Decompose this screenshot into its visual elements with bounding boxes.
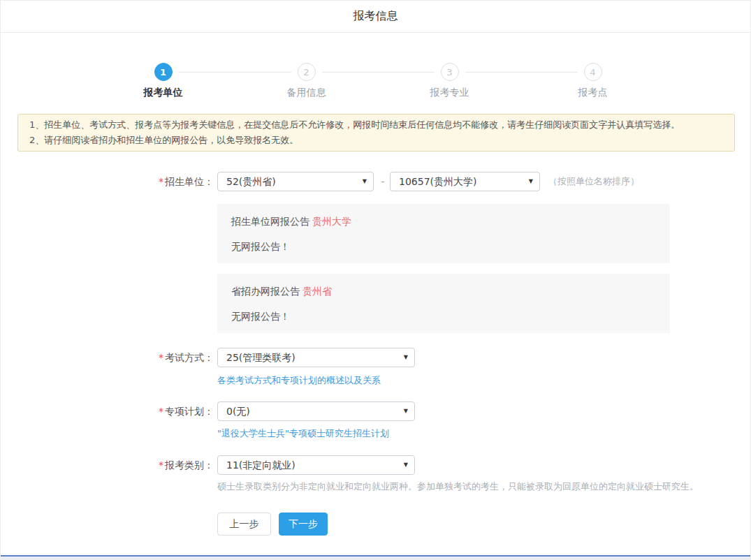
special-plan-select[interactable]: 0(无) ▼ [217,401,415,421]
province-select-value: 52(贵州省) [226,176,276,187]
unit-announcement-panel: 招生单位网报公告贵州大学 无网报公告！ [217,204,670,263]
next-step-button[interactable]: 下一步 [279,513,328,536]
step-2-label: 备用信息 [287,87,326,99]
veteran-plan-link[interactable]: "退役大学生士兵"专项硕士研究生招生计划 [217,428,389,439]
province-announcement-title: 省招办网报公告贵州省 [231,286,656,297]
step-1-number: 1 [160,67,166,78]
province-announcement-body: 无网报公告！ [231,311,656,322]
dropdown-arrow-icon: ▼ [404,348,408,367]
unit-announcement-title: 招生单位网报公告贵州大学 [231,216,656,227]
unit-select-value: 10657(贵州大学) [399,176,476,187]
category-select[interactable]: 11(非定向就业) ▼ [217,455,415,475]
special-plan-label-text: 专项计划： [165,406,214,417]
unit-select[interactable]: 10657(贵州大学) ▼ [390,172,540,191]
step-4-label: 报考点 [578,87,608,99]
page-header: 报考信息 [1,1,750,33]
step-2-number: 2 [303,67,309,78]
step-2-backup-info: 2 备用信息 [235,63,378,99]
unit-announcement-highlight: 贵州大学 [312,216,351,227]
province-select[interactable]: 52(贵州省) ▼ [217,172,374,191]
special-plan-select-value: 0(无) [226,406,250,417]
prev-step-button[interactable]: 上一步 [217,513,271,536]
step-4-circle: 4 [584,63,602,81]
province-announcement-panel: 省招办网报公告贵州省 无网报公告！ [217,274,670,333]
step-3-major: 3 报考专业 [378,63,521,99]
step-3-circle: 3 [441,63,459,81]
select-separator: - [379,172,387,191]
step-4-exam-site: 4 报考点 [521,63,664,99]
unit-announcement-title-text: 招生单位网报公告 [231,216,309,227]
stepper: 1 报考单位 2 备用信息 3 报考专业 4 报考点 [92,63,664,99]
category-note: 硕士生录取类别分为非定向就业和定向就业两种。参加单独考试的考生，只能被录取为回原… [217,481,734,492]
step-4-number: 4 [590,67,595,78]
category-select-value: 11(非定向就业) [226,459,296,471]
province-announcement-highlight: 贵州省 [302,286,332,297]
footer-divider-sub [1,557,750,560]
exam-label-text: 考试方式： [165,352,214,363]
unit-announcement-body: 无网报公告！ [231,241,656,252]
category-row-label: *报考类别： [1,455,214,475]
dropdown-arrow-icon: ▼ [363,172,367,191]
unit-row-label: *招生单位： [1,172,214,191]
step-3-label: 报考专业 [430,87,469,99]
required-asterisk: * [159,459,163,471]
required-asterisk: * [159,406,163,417]
notice-line-2: 2、请仔细阅读省招办和招生单位的网报公告，以免导致报名无效。 [29,133,723,148]
exam-method-select-value: 25(管理类联考) [226,352,296,363]
required-asterisk: * [159,176,163,187]
exam-row-label: *考试方式： [1,348,214,367]
required-asterisk: * [159,352,163,363]
unit-sort-hint: （按照单位名称排序） [548,172,639,191]
exam-method-info-link[interactable]: 各类考试方式和专项计划的概述以及关系 [217,375,381,386]
step-3-number: 3 [446,67,452,78]
page-title: 报考信息 [353,9,398,24]
step-1-label: 报考单位 [144,87,183,99]
province-announcement-title-text: 省招办网报公告 [231,286,300,297]
step-1-circle: 1 [154,63,173,81]
dropdown-arrow-icon: ▼ [404,402,408,420]
notice-line-1: 1、招生单位、考试方式、报考点等为报考关键信息，在提交信息后不允许修改，网报时间… [29,117,723,133]
step-1-unit: 1 报考单位 [92,63,235,99]
application-info-page: 报考信息 1 报考单位 2 备用信息 3 报考专业 4 报考点 1、招生单位、考… [0,0,751,560]
unit-label-text: 招生单位： [165,176,214,187]
dropdown-arrow-icon: ▼ [404,456,408,474]
exam-method-select[interactable]: 25(管理类联考) ▼ [217,348,415,367]
key-info-notice: 1、招生单位、考试方式、报考点等为报考关键信息，在提交信息后不允许修改，网报时间… [17,114,735,152]
dropdown-arrow-icon: ▼ [529,172,533,191]
step-2-circle: 2 [298,63,316,81]
category-label-text: 报考类别： [165,459,214,471]
special-plan-row-label: *专项计划： [1,401,214,421]
